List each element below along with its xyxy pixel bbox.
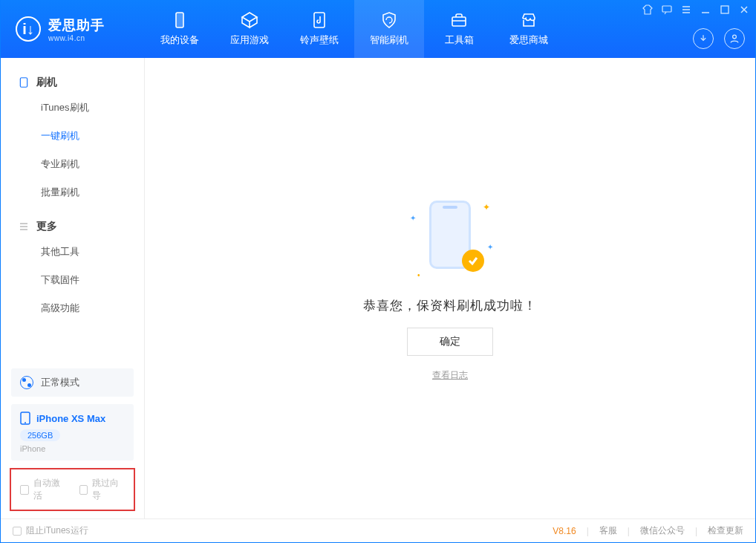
cube-icon xyxy=(241,11,258,29)
mode-icon xyxy=(20,376,33,389)
logo-text: 爱思助手 www.i4.cn xyxy=(48,16,105,42)
tab-smart-flash[interactable]: 智能刷机 xyxy=(354,0,424,58)
tab-ringtone-wallpaper[interactable]: 铃声壁纸 xyxy=(284,0,354,58)
view-log-link[interactable]: 查看日志 xyxy=(432,369,468,382)
sparkle-icon: ✦ xyxy=(487,243,493,251)
wechat-link[interactable]: 微信公众号 xyxy=(640,524,685,537)
maximize-button[interactable] xyxy=(720,4,730,15)
tab-label: 爱思商城 xyxy=(509,33,548,47)
sidebar-item-other-tools[interactable]: 其他工具 xyxy=(1,238,144,266)
shirt-icon[interactable] xyxy=(642,4,653,15)
sidebar-item-onekey-flash[interactable]: 一键刷机 xyxy=(1,122,144,150)
app-name: 爱思助手 xyxy=(48,16,105,34)
device-icon xyxy=(19,77,29,88)
sparkle-icon: ✦ xyxy=(483,202,490,212)
checkbox-label: 自动激活 xyxy=(33,477,66,502)
tab-label: 工具箱 xyxy=(445,33,474,47)
svg-point-9 xyxy=(25,422,26,423)
mode-card[interactable]: 正常模式 xyxy=(11,368,134,397)
download-button[interactable] xyxy=(693,28,714,49)
checkbox-skip-guide[interactable]: 跳过向导 xyxy=(79,477,126,502)
account-button[interactable] xyxy=(724,28,745,49)
svg-rect-2 xyxy=(314,13,325,27)
window-controls xyxy=(642,4,749,15)
success-message: 恭喜您，保资料刷机成功啦！ xyxy=(363,297,537,314)
tab-label: 我的设备 xyxy=(160,33,199,47)
device-capacity: 256GB xyxy=(20,429,60,441)
tab-my-device[interactable]: 我的设备 xyxy=(145,0,215,58)
phone-icon xyxy=(20,412,30,425)
music-file-icon xyxy=(310,11,328,29)
sparkle-icon: • xyxy=(417,271,420,279)
sidebar-section-flash: 刷机 iTunes刷机 一键刷机 专业刷机 批量刷机 xyxy=(1,71,144,215)
tab-apps-games[interactable]: 应用游戏 xyxy=(215,0,284,58)
svg-rect-5 xyxy=(721,6,729,13)
header-right-actions xyxy=(693,28,745,49)
tab-label: 智能刷机 xyxy=(370,33,408,47)
check-update-link[interactable]: 检查更新 xyxy=(708,524,743,537)
sidebar-head-label: 刷机 xyxy=(36,76,57,89)
tab-toolbox[interactable]: 工具箱 xyxy=(424,0,494,58)
checkbox-auto-activate[interactable]: 自动激活 xyxy=(20,477,66,502)
version-label: V8.16 xyxy=(553,526,576,536)
main-pane: ✦ ✦ ✦ • 恭喜您，保资料刷机成功啦！ 确定 查看日志 xyxy=(145,58,755,518)
options-row: 自动激活 跳过向导 xyxy=(10,468,135,511)
success-illustration: ✦ ✦ ✦ • xyxy=(405,195,495,284)
store-icon xyxy=(520,11,538,29)
phone-icon xyxy=(171,11,189,29)
checkbox-box xyxy=(20,485,29,495)
header: i↓ 爱思助手 www.i4.cn 我的设备 应用游戏 铃声壁纸 智能刷机 xyxy=(1,0,755,58)
shield-refresh-icon xyxy=(380,11,398,29)
svg-point-6 xyxy=(733,35,737,39)
footer-right: V8.16 | 客服 | 微信公众号 | 检查更新 xyxy=(553,524,743,537)
list-icon xyxy=(19,221,29,232)
tab-store[interactable]: 爱思商城 xyxy=(494,0,564,58)
tab-label: 铃声壁纸 xyxy=(300,33,339,47)
sidebar-item-advanced[interactable]: 高级功能 xyxy=(1,294,144,322)
toolbox-icon xyxy=(450,11,468,29)
svg-rect-4 xyxy=(662,6,671,12)
svg-rect-3 xyxy=(452,17,466,26)
footer: 阻止iTunes运行 V8.16 | 客服 | 微信公众号 | 检查更新 xyxy=(1,518,755,542)
logo-zone: i↓ 爱思助手 www.i4.cn xyxy=(1,0,145,58)
menu-icon[interactable] xyxy=(681,4,691,15)
close-button[interactable] xyxy=(739,4,749,15)
app-window: i↓ 爱思助手 www.i4.cn 我的设备 应用游戏 铃声壁纸 智能刷机 xyxy=(0,0,756,543)
checkbox-label: 跳过向导 xyxy=(92,477,125,502)
svg-rect-1 xyxy=(176,13,183,27)
sidebar: 刷机 iTunes刷机 一键刷机 专业刷机 批量刷机 更多 其他工具 下载固件 … xyxy=(1,58,145,518)
sidebar-section-more: 更多 其他工具 下载固件 高级功能 xyxy=(1,215,144,331)
app-url: www.i4.cn xyxy=(48,34,105,42)
nav-tabs: 我的设备 应用游戏 铃声壁纸 智能刷机 工具箱 爱思商城 xyxy=(145,0,564,58)
device-name: iPhone XS Max xyxy=(36,413,105,424)
sidebar-item-itunes-flash[interactable]: iTunes刷机 xyxy=(1,94,144,122)
sidebar-item-download-fw[interactable]: 下载固件 xyxy=(1,266,144,294)
sidebar-item-pro-flash[interactable]: 专业刷机 xyxy=(1,150,144,178)
sidebar-bottom: 正常模式 iPhone XS Max 256GB iPhone 自动激活 xyxy=(1,368,144,518)
sidebar-head-more: 更多 xyxy=(1,215,144,238)
checkbox-box xyxy=(79,485,88,495)
minimize-button[interactable] xyxy=(700,4,711,15)
body: 刷机 iTunes刷机 一键刷机 专业刷机 批量刷机 更多 其他工具 下载固件 … xyxy=(1,58,755,518)
device-card[interactable]: iPhone XS Max 256GB iPhone xyxy=(11,404,134,461)
tab-label: 应用游戏 xyxy=(230,33,269,47)
customer-service-link[interactable]: 客服 xyxy=(599,524,617,537)
sidebar-item-batch-flash[interactable]: 批量刷机 xyxy=(1,178,144,207)
checkbox-box xyxy=(13,527,22,536)
svg-rect-7 xyxy=(20,78,27,87)
device-type: iPhone xyxy=(20,444,125,453)
check-badge-icon xyxy=(462,250,484,272)
checkbox-label: 阻止iTunes运行 xyxy=(26,524,88,537)
ok-button[interactable]: 确定 xyxy=(407,328,493,356)
sidebar-head-label: 更多 xyxy=(36,220,57,233)
checkbox-block-itunes[interactable]: 阻止iTunes运行 xyxy=(13,524,88,537)
sidebar-head-flash: 刷机 xyxy=(1,71,144,94)
feedback-icon[interactable] xyxy=(662,4,672,15)
app-logo-icon: i↓ xyxy=(16,16,41,42)
mode-label: 正常模式 xyxy=(41,376,79,389)
sparkle-icon: ✦ xyxy=(410,214,416,222)
